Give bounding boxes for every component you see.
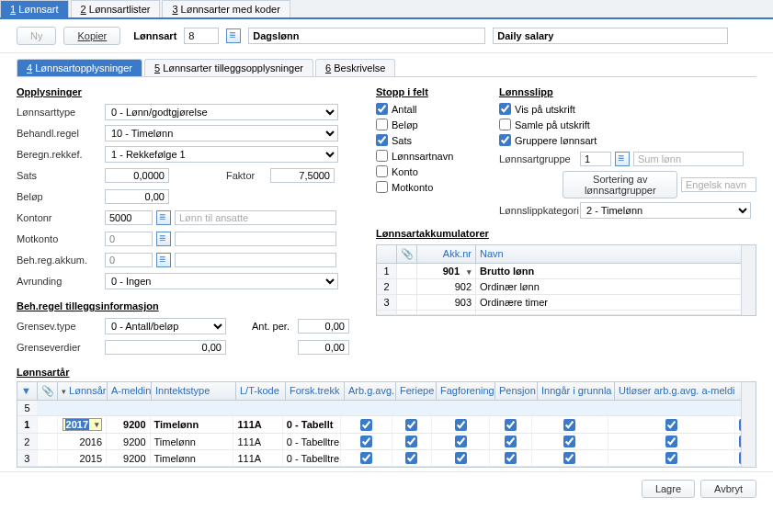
stopp-belop-checkbox[interactable] [376,119,388,130]
lonnsarttype-label: Lønnsarttype [17,107,105,118]
slip-samle-label: Samle på utskrift [515,119,590,130]
copy-button[interactable]: Kopier [63,27,120,45]
lookup-icon[interactable] [156,232,171,246]
stopp-lonnsartnavn-checkbox[interactable] [376,150,388,162]
faktor-input[interactable] [270,168,335,183]
antper-input[interactable] [298,319,349,334]
top-tab-lønnsartlister[interactable]: 2 Lønnsartlister [71,0,161,17]
year-header-col[interactable]: ▼ [17,382,38,400]
year-checkbox[interactable] [665,452,677,464]
top-tab-lønnsart[interactable]: 1 Lønnsart [0,0,69,17]
sub-tab-beskrivelse[interactable]: 6 Beskrivelse [315,59,395,76]
akk-row[interactable] [377,311,756,315]
year-checkbox[interactable] [360,452,372,464]
year-row[interactable]: 5 [17,401,756,416]
scrollbar[interactable] [741,382,756,467]
year-checkbox[interactable] [360,419,372,431]
sub-tab-lønnsartopplysninger[interactable]: 4 Lønnsartopplysninger [17,59,142,76]
behregakk-input[interactable] [105,253,153,267]
clip-icon[interactable]: 📎 [397,245,417,263]
kontonr-input[interactable] [105,210,153,225]
top-tabs: 1 Lønnsart2 Lønnsartlister3 Lønnsarter m… [0,0,773,19]
year-checkbox[interactable] [455,436,467,447]
gruppe-input[interactable] [580,152,611,166]
top-tab-lønnsarter med koder[interactable]: 3 Lønnsarter med koder [162,0,290,17]
akk-title: Lønnsartakkumulatorer [376,228,756,239]
year-header-col[interactable]: 📎 [38,382,58,400]
lonnsarttype-select[interactable]: 0 - Lønn/godtgjørelse [105,104,338,120]
year-header-col[interactable]: Utløser arb.g.avg. a-meldi [615,382,744,400]
stopp-motkonto-label: Motkonto [392,182,433,193]
grenseverdier1-input[interactable] [105,340,226,355]
new-button[interactable]: Ny [17,27,56,45]
stopp-antall-checkbox[interactable] [376,103,388,115]
akk-hdr-navn[interactable]: Navn [476,245,756,263]
kategori-select[interactable]: 2 - Timelønn [580,202,751,219]
sortering-button[interactable]: Sortering av lønnsartgrupper [563,171,677,198]
year-row[interactable]: 220169200Timelønn111A0 - Tabelltre [17,434,756,450]
lookup-icon[interactable] [156,210,171,225]
year-checkbox[interactable] [360,436,372,447]
footer: Lagre Avbryt [0,471,773,505]
cancel-button[interactable]: Avbryt [700,480,756,498]
year-checkbox[interactable] [505,436,517,447]
year-header-col[interactable]: Arb.g.avg. [345,382,396,400]
year-checkbox[interactable] [563,436,575,447]
lookup-icon[interactable] [615,152,630,166]
lonnsart-name-no-input[interactable] [248,28,485,44]
lookup-icon[interactable] [226,28,241,43]
akk-row[interactable]: 3903Ordinære timer [377,295,756,311]
save-button[interactable]: Lagre [642,480,695,498]
year-header-col[interactable]: Pensjon [495,382,538,400]
kontonr-label: Kontonr [17,212,105,223]
year-checkbox[interactable] [665,419,677,431]
sub-tab-lønnsarter tilleggsopplysninger[interactable]: 5 Lønnsarter tilleggsopplysninger [144,59,313,76]
behandlregel-select[interactable]: 10 - Timelønn [105,125,338,141]
avrunding-label: Avrunding [17,276,105,287]
opplysninger-title: Opplysninger [17,86,359,97]
year-checkbox[interactable] [455,419,467,431]
slip-gruppere-checkbox[interactable] [499,134,511,146]
lonnsart-name-en-input[interactable] [493,28,728,44]
stopp-motkonto-checkbox[interactable] [376,181,388,193]
sats-input[interactable] [105,168,169,183]
year-checkbox[interactable] [563,452,575,464]
year-checkbox[interactable] [455,452,467,464]
year-header-col[interactable]: Inntektstype [152,382,236,400]
gruppe-label: Lønnsartgruppe [499,153,580,164]
belop-input[interactable] [105,189,169,204]
avrunding-select[interactable]: 0 - Ingen [105,273,338,289]
slip-samle-checkbox[interactable] [499,119,511,130]
slip-vis-checkbox[interactable] [499,103,511,115]
stopp-konto-checkbox[interactable] [376,165,388,177]
lookup-icon[interactable] [156,253,171,267]
year-checkbox[interactable] [665,436,677,447]
lonnsart-code-input[interactable] [184,28,219,44]
year-checkbox[interactable] [405,452,417,464]
grensevtype-select[interactable]: 0 - Antall/beløp [105,318,226,334]
year-checkbox[interactable] [563,419,575,431]
year-header-col[interactable]: A-meldin [108,382,152,400]
akk-row[interactable]: 2902Ordinær lønn [377,279,756,295]
year-header-col[interactable]: Feriepe [396,382,437,400]
year-checkbox[interactable] [505,452,517,464]
akk-row[interactable]: 1901▾Brutto lønn [377,264,756,279]
year-checkbox[interactable] [405,436,417,447]
year-checkbox[interactable] [405,419,417,431]
motkonto-input[interactable] [105,232,153,246]
year-row[interactable]: 12017▾9200Timelønn111A0 - Tabellt [17,416,756,434]
year-header-col[interactable]: L/T-kode [236,382,286,400]
year-header-col[interactable]: ▾ Lønnsår [58,382,108,400]
behregakk-text [175,253,336,267]
year-row[interactable]: 320159200Timelønn111A0 - Tabelltre [17,450,756,467]
beregnrekke-select[interactable]: 1 - Rekkefølge 1 [105,146,338,163]
akk-hdr-nr[interactable]: Akk.nr [417,245,476,263]
engelsk-text [681,177,756,192]
year-header-col[interactable]: Forsk.trekk [286,382,345,400]
year-header-col[interactable]: Inngår i grunnla [538,382,615,400]
year-header-col[interactable]: Fagforening [437,382,495,400]
year-checkbox[interactable] [505,419,517,431]
scrollbar[interactable] [741,245,756,315]
grenseverdier2-input[interactable] [298,340,349,355]
stopp-sats-checkbox[interactable] [376,134,388,146]
